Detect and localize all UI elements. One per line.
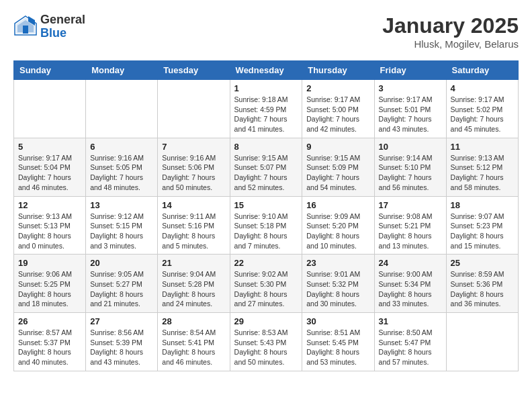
day-number: 30 — [306, 316, 369, 326]
calendar-week-row: 26Sunrise: 8:57 AM Sunset: 5:37 PM Dayli… — [14, 313, 519, 371]
day-number: 21 — [162, 258, 225, 268]
day-info: Sunrise: 9:05 AM Sunset: 5:27 PM Dayligh… — [90, 269, 153, 309]
day-number: 27 — [90, 316, 153, 326]
calendar-cell — [86, 80, 158, 138]
calendar-cell: 15Sunrise: 9:10 AM Sunset: 5:18 PM Dayli… — [230, 196, 302, 255]
header: General Blue January 2025 Hlusk, Mogilev… — [13, 13, 519, 50]
calendar-week-row: 1Sunrise: 9:18 AM Sunset: 4:59 PM Daylig… — [14, 80, 519, 138]
day-number: 19 — [18, 258, 81, 268]
calendar-week-row: 19Sunrise: 9:06 AM Sunset: 5:25 PM Dayli… — [14, 255, 519, 313]
logo: General Blue — [13, 13, 85, 40]
day-info: Sunrise: 9:02 AM Sunset: 5:30 PM Dayligh… — [234, 269, 298, 309]
day-info: Sunrise: 8:50 AM Sunset: 5:47 PM Dayligh… — [379, 328, 442, 367]
day-info: Sunrise: 9:07 AM Sunset: 5:23 PM Dayligh… — [451, 212, 514, 251]
calendar-cell: 11Sunrise: 9:13 AM Sunset: 5:12 PM Dayli… — [446, 138, 518, 196]
day-info: Sunrise: 9:17 AM Sunset: 5:02 PM Dayligh… — [451, 95, 514, 134]
day-info: Sunrise: 9:15 AM Sunset: 5:09 PM Dayligh… — [306, 153, 369, 193]
calendar-table: SundayMondayTuesdayWednesdayThursdayFrid… — [13, 60, 519, 371]
day-info: Sunrise: 9:15 AM Sunset: 5:07 PM Dayligh… — [234, 153, 298, 193]
day-number: 14 — [162, 200, 225, 210]
calendar-cell: 10Sunrise: 9:14 AM Sunset: 5:10 PM Dayli… — [374, 138, 446, 196]
day-info: Sunrise: 9:17 AM Sunset: 5:04 PM Dayligh… — [18, 153, 81, 193]
calendar-cell: 1Sunrise: 9:18 AM Sunset: 4:59 PM Daylig… — [230, 80, 302, 138]
day-info: Sunrise: 9:16 AM Sunset: 5:05 PM Dayligh… — [90, 153, 153, 193]
calendar-cell: 23Sunrise: 9:01 AM Sunset: 5:32 PM Dayli… — [302, 255, 374, 313]
day-number: 17 — [379, 200, 442, 210]
day-info: Sunrise: 8:51 AM Sunset: 5:45 PM Dayligh… — [306, 328, 369, 367]
day-number: 5 — [18, 142, 81, 152]
calendar-cell: 21Sunrise: 9:04 AM Sunset: 5:28 PM Dayli… — [158, 255, 230, 313]
weekday-header: Thursday — [302, 61, 374, 80]
calendar-cell: 7Sunrise: 9:16 AM Sunset: 5:06 PM Daylig… — [158, 138, 230, 196]
day-number: 1 — [234, 83, 298, 93]
calendar-cell: 18Sunrise: 9:07 AM Sunset: 5:23 PM Dayli… — [446, 196, 518, 255]
svg-rect-4 — [23, 26, 28, 34]
calendar-cell — [158, 80, 230, 138]
weekday-header: Tuesday — [158, 61, 230, 80]
day-info: Sunrise: 9:14 AM Sunset: 5:10 PM Dayligh… — [379, 153, 442, 193]
calendar-cell: 2Sunrise: 9:17 AM Sunset: 5:00 PM Daylig… — [302, 80, 374, 138]
weekday-header: Wednesday — [230, 61, 302, 80]
calendar-cell: 20Sunrise: 9:05 AM Sunset: 5:27 PM Dayli… — [86, 255, 158, 313]
day-info: Sunrise: 8:57 AM Sunset: 5:37 PM Dayligh… — [18, 328, 81, 367]
calendar-cell: 25Sunrise: 8:59 AM Sunset: 5:36 PM Dayli… — [446, 255, 518, 313]
day-info: Sunrise: 9:11 AM Sunset: 5:16 PM Dayligh… — [162, 212, 225, 251]
day-number: 31 — [379, 316, 442, 326]
day-info: Sunrise: 9:16 AM Sunset: 5:06 PM Dayligh… — [162, 153, 225, 193]
day-number: 15 — [234, 200, 298, 210]
calendar-cell: 19Sunrise: 9:06 AM Sunset: 5:25 PM Dayli… — [14, 255, 86, 313]
calendar-cell: 5Sunrise: 9:17 AM Sunset: 5:04 PM Daylig… — [14, 138, 86, 196]
day-number: 16 — [306, 200, 369, 210]
calendar-cell — [14, 80, 86, 138]
calendar-cell: 14Sunrise: 9:11 AM Sunset: 5:16 PM Dayli… — [158, 196, 230, 255]
weekday-header: Saturday — [446, 61, 518, 80]
day-info: Sunrise: 9:10 AM Sunset: 5:18 PM Dayligh… — [234, 212, 298, 251]
day-number: 10 — [379, 142, 442, 152]
calendar-cell: 27Sunrise: 8:56 AM Sunset: 5:39 PM Dayli… — [86, 313, 158, 371]
calendar-cell: 4Sunrise: 9:17 AM Sunset: 5:02 PM Daylig… — [446, 80, 518, 138]
day-info: Sunrise: 9:00 AM Sunset: 5:34 PM Dayligh… — [379, 269, 442, 309]
day-number: 7 — [162, 142, 225, 152]
day-number: 26 — [18, 316, 81, 326]
day-number: 12 — [18, 200, 81, 210]
day-number: 3 — [379, 83, 442, 93]
day-info: Sunrise: 8:59 AM Sunset: 5:36 PM Dayligh… — [451, 269, 514, 309]
day-number: 9 — [306, 142, 369, 152]
calendar-cell: 30Sunrise: 8:51 AM Sunset: 5:45 PM Dayli… — [302, 313, 374, 371]
day-info: Sunrise: 9:09 AM Sunset: 5:20 PM Dayligh… — [306, 212, 369, 251]
day-number: 18 — [451, 200, 514, 210]
day-number: 29 — [234, 316, 298, 326]
calendar-cell: 28Sunrise: 8:54 AM Sunset: 5:41 PM Dayli… — [158, 313, 230, 371]
weekday-header-row: SundayMondayTuesdayWednesdayThursdayFrid… — [14, 61, 519, 80]
day-info: Sunrise: 9:17 AM Sunset: 5:01 PM Dayligh… — [379, 95, 442, 134]
day-number: 8 — [234, 142, 298, 152]
day-info: Sunrise: 8:56 AM Sunset: 5:39 PM Dayligh… — [90, 328, 153, 367]
calendar-cell: 8Sunrise: 9:15 AM Sunset: 5:07 PM Daylig… — [230, 138, 302, 196]
day-info: Sunrise: 9:13 AM Sunset: 5:12 PM Dayligh… — [451, 153, 514, 193]
calendar-cell: 22Sunrise: 9:02 AM Sunset: 5:30 PM Dayli… — [230, 255, 302, 313]
day-info: Sunrise: 9:08 AM Sunset: 5:21 PM Dayligh… — [379, 212, 442, 251]
calendar-cell — [446, 313, 518, 371]
calendar-cell: 3Sunrise: 9:17 AM Sunset: 5:01 PM Daylig… — [374, 80, 446, 138]
calendar-cell: 12Sunrise: 9:13 AM Sunset: 5:13 PM Dayli… — [14, 196, 86, 255]
weekday-header: Monday — [86, 61, 158, 80]
title-area: January 2025 Hlusk, Mogilev, Belarus — [382, 13, 519, 50]
day-number: 11 — [451, 142, 514, 152]
day-info: Sunrise: 9:18 AM Sunset: 4:59 PM Dayligh… — [234, 95, 298, 134]
calendar-subtitle: Hlusk, Mogilev, Belarus — [382, 38, 519, 50]
calendar-cell: 6Sunrise: 9:16 AM Sunset: 5:05 PM Daylig… — [86, 138, 158, 196]
calendar-cell: 26Sunrise: 8:57 AM Sunset: 5:37 PM Dayli… — [14, 313, 86, 371]
day-number: 2 — [306, 83, 369, 93]
weekday-header: Sunday — [14, 61, 86, 80]
calendar-cell: 31Sunrise: 8:50 AM Sunset: 5:47 PM Dayli… — [374, 313, 446, 371]
day-number: 13 — [90, 200, 153, 210]
day-info: Sunrise: 9:06 AM Sunset: 5:25 PM Dayligh… — [18, 269, 81, 309]
calendar-title: January 2025 — [382, 13, 519, 38]
logo-general-text: General — [40, 13, 85, 27]
day-info: Sunrise: 9:01 AM Sunset: 5:32 PM Dayligh… — [306, 269, 369, 309]
calendar-cell: 16Sunrise: 9:09 AM Sunset: 5:20 PM Dayli… — [302, 196, 374, 255]
calendar-cell: 17Sunrise: 9:08 AM Sunset: 5:21 PM Dayli… — [374, 196, 446, 255]
day-info: Sunrise: 9:17 AM Sunset: 5:00 PM Dayligh… — [306, 95, 369, 134]
day-info: Sunrise: 9:04 AM Sunset: 5:28 PM Dayligh… — [162, 269, 225, 309]
day-number: 4 — [451, 83, 514, 93]
